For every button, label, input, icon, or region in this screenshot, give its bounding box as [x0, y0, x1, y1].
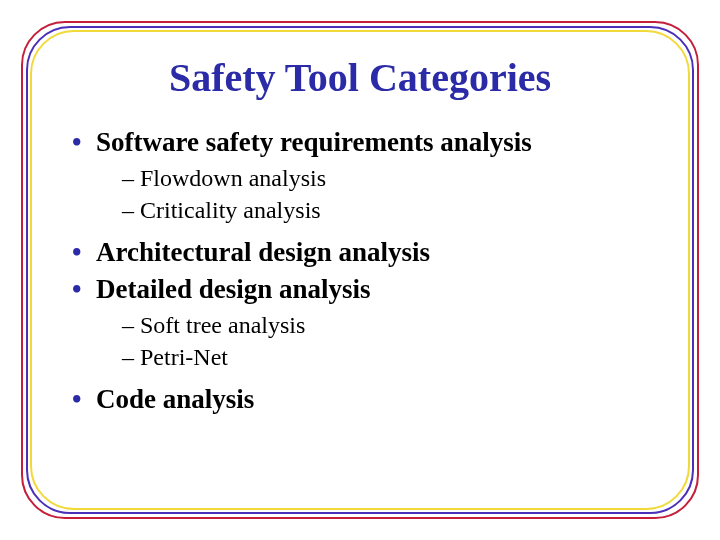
list-item-label: Code analysis	[96, 384, 254, 414]
sub-list: Soft tree analysis Petri-Net	[96, 309, 654, 374]
slide-content: Safety Tool Categories Software safety r…	[38, 36, 682, 504]
list-item-label: Detailed design analysis	[96, 274, 371, 304]
sub-list-item: Petri-Net	[122, 341, 654, 373]
list-item: Code analysis	[66, 382, 654, 417]
sub-list-item: Criticality analysis	[122, 194, 654, 226]
sub-list: Flowdown analysis Criticality analysis	[96, 162, 654, 227]
list-item: Detailed design analysis Soft tree analy…	[66, 272, 654, 374]
list-item-label: Software safety requirements analysis	[96, 127, 532, 157]
slide-title: Safety Tool Categories	[66, 54, 654, 101]
sub-list-item: Flowdown analysis	[122, 162, 654, 194]
list-item-label: Architectural design analysis	[96, 237, 430, 267]
list-item: Software safety requirements analysis Fl…	[66, 125, 654, 227]
list-item: Architectural design analysis	[66, 235, 654, 270]
bullet-list: Software safety requirements analysis Fl…	[66, 125, 654, 417]
sub-list-item: Soft tree analysis	[122, 309, 654, 341]
